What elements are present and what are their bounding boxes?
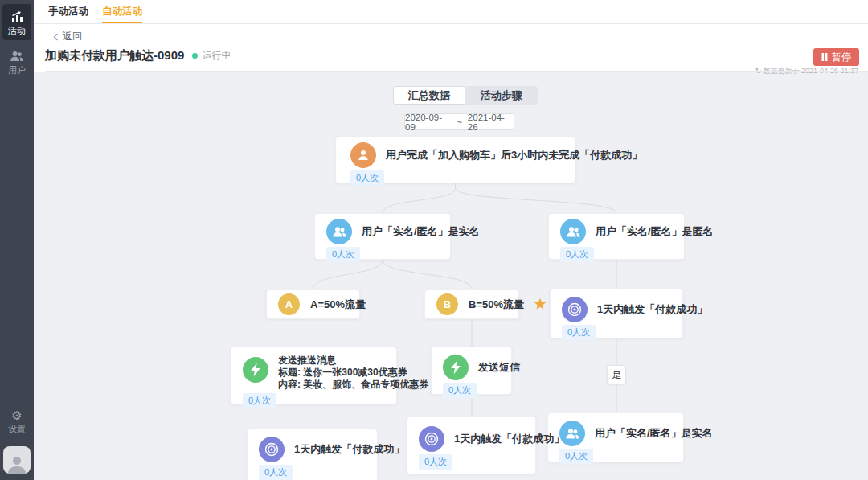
flow-node-wait-payment-left[interactable]: 1天内触发「付款成功」 0人次 — [247, 429, 378, 480]
tab-auto-activities[interactable]: 自动活动 — [102, 0, 142, 23]
date-start: 2020-09-09 — [405, 113, 451, 132]
node-label: B=50%流量 — [469, 297, 524, 312]
count-badge: 0人次 — [560, 247, 594, 262]
flow-node-send-push[interactable]: 发送推送消息 标题: 送你一张300减30优惠券 内容: 美妆、服饰、食品专项优… — [231, 347, 397, 404]
node-label: 发送推送消息 标题: 送你一张300减30优惠券 内容: 美妆、服饰、食品专项优… — [278, 355, 428, 391]
node-row: 用户「实名/匿名」是实名 — [315, 214, 450, 244]
bolt-icon — [243, 357, 268, 383]
node-row: 发送推送消息 标题: 送你一张300减30优惠券 内容: 美妆、服饰、食品专项优… — [231, 347, 396, 391]
count-badge: 0人次 — [443, 383, 477, 398]
flow-node-wait-payment-right[interactable]: 1天内触发「付款成功」 0人次 — [550, 289, 683, 338]
flow-canvas: 汇总数据 活动步骤 2020-09-09 ~ 2021-04-26 用户完成「加… — [34, 72, 868, 480]
sidebar-item-label: 设置 — [8, 424, 26, 433]
node-row: 1天内触发「付款成功」 — [551, 289, 682, 322]
sidebar-item-activities[interactable]: 活动 — [2, 4, 31, 40]
node-label: 1天内触发「付款成功」 — [454, 432, 564, 446]
view-switcher: 汇总数据 活动步骤 — [393, 86, 538, 105]
node-label: 1天内触发「付款成功」 — [294, 442, 404, 457]
title-row: 加购未付款用户触达-0909 运行中 — [45, 48, 231, 64]
app-window: 活动 用户 ⚙ 设置 手动活动 自动活动 — [0, 0, 868, 480]
tab-activity-steps[interactable]: 活动步骤 — [465, 86, 538, 105]
count-badge: 0人次 — [243, 393, 276, 408]
count-badge: 0人次 — [326, 247, 360, 262]
branch-label-yes: 是 — [607, 365, 626, 384]
count-badge: 0人次 — [419, 454, 452, 470]
count-badge: 0人次 — [559, 449, 593, 464]
date-end: 2021-04-26 — [468, 113, 514, 132]
pause-icon — [821, 53, 828, 61]
gear-icon: ⚙ — [11, 409, 22, 421]
activity-chart-icon — [10, 10, 24, 23]
count-badge: 0人次 — [259, 465, 293, 480]
status-badge: 运行中 — [192, 49, 231, 63]
letter-b-icon: B — [436, 293, 458, 315]
node-row: 1天内触发「付款成功」 — [248, 429, 377, 462]
back-label: 返回 — [63, 30, 82, 43]
target-icon — [259, 437, 285, 462]
tab-manual-activities[interactable]: 手动活动 — [48, 0, 88, 23]
flow-node-split-a[interactable]: A A=50%流量 — [266, 289, 360, 319]
tab-summary-data[interactable]: 汇总数据 — [393, 86, 465, 105]
user-avatar[interactable] — [3, 446, 31, 474]
status-dot-icon — [192, 53, 198, 59]
top-tab-bar: 手动活动 自动活动 — [34, 0, 868, 24]
bolt-icon — [443, 355, 469, 380]
flow-node-send-sms[interactable]: 发送短信 0人次 — [431, 347, 512, 395]
push-line-title: 标题: 送你一张300减30优惠券 — [278, 367, 428, 379]
page-header: 返回 加购未付款用户触达-0909 运行中 暂停 — [34, 24, 868, 72]
sidebar-item-label: 活动 — [8, 26, 26, 35]
letter-a-icon: A — [278, 293, 300, 315]
flow-node-trigger[interactable]: 用户完成「加入购物车」后3小时内未完成「付款成功」 0人次 — [335, 137, 575, 183]
target-icon — [419, 426, 444, 452]
node-row: 1天内触发「付款成功」 — [407, 417, 535, 452]
flow-node-condition-anonymous[interactable]: 用户「实名/匿名」是匿名 0人次 — [548, 213, 685, 260]
node-label: 用户「实名/匿名」是实名 — [362, 224, 480, 239]
node-label: 用户完成「加入购物车」后3小时内未完成「付款成功」 — [386, 148, 642, 162]
count-badge: 0人次 — [562, 325, 596, 340]
node-row: 用户「实名/匿名」是实名 — [548, 413, 683, 446]
sidebar-spacer — [0, 80, 34, 400]
flow-node-condition-realname-bottom[interactable]: 用户「实名/匿名」是实名 0人次 — [547, 412, 684, 462]
star-icon — [534, 297, 547, 310]
avatar-person-icon — [6, 454, 27, 474]
flow-node-condition-realname[interactable]: 用户「实名/匿名」是实名 0人次 — [314, 213, 451, 260]
pause-label: 暂停 — [832, 51, 851, 64]
count-badge: 0人次 — [350, 170, 384, 186]
user-icon — [350, 142, 376, 168]
target-icon — [562, 297, 588, 322]
branch-label-text: 是 — [612, 368, 621, 382]
flow-node-wait-payment-middle[interactable]: 1天内触发「付款成功」 0人次 — [407, 416, 536, 474]
node-label: A=50%流量 — [310, 297, 366, 312]
back-button[interactable]: 返回 — [53, 30, 82, 43]
node-row: 用户完成「加入购物车」后3小时内未完成「付款成功」 — [336, 137, 575, 168]
page-title: 加购未付款用户触达-0909 — [45, 48, 184, 64]
push-title: 发送推送消息 — [278, 355, 428, 367]
pause-button[interactable]: 暂停 — [813, 48, 859, 66]
chevron-left-icon — [53, 33, 59, 41]
node-label: 用户「实名/匿名」是匿名 — [596, 224, 714, 239]
sidebar-item-label: 用户 — [8, 65, 26, 75]
sidebar-item-settings[interactable]: ⚙ 设置 — [2, 404, 31, 438]
users-icon — [560, 219, 586, 244]
node-row: 发送短信 — [432, 347, 511, 380]
date-range-picker[interactable]: 2020-09-09 ~ 2021-04-26 — [404, 113, 514, 130]
push-line-content: 内容: 美妆、服饰、食品专项优惠券 — [278, 379, 428, 391]
users-icon — [10, 50, 24, 63]
sidebar: 活动 用户 ⚙ 设置 — [0, 0, 34, 480]
users-icon — [326, 219, 352, 244]
status-label: 运行中 — [202, 49, 231, 63]
node-row: 用户「实名/匿名」是匿名 — [549, 214, 684, 244]
sidebar-item-users[interactable]: 用户 — [2, 44, 31, 80]
node-label: 用户「实名/匿名」是实名 — [595, 426, 713, 441]
node-label: 1天内触发「付款成功」 — [597, 302, 707, 317]
node-label: 发送短信 — [478, 360, 520, 375]
flow-node-split-b[interactable]: B B=50%流量 — [424, 289, 519, 319]
header-divider — [45, 71, 868, 72]
date-separator: ~ — [457, 117, 462, 127]
